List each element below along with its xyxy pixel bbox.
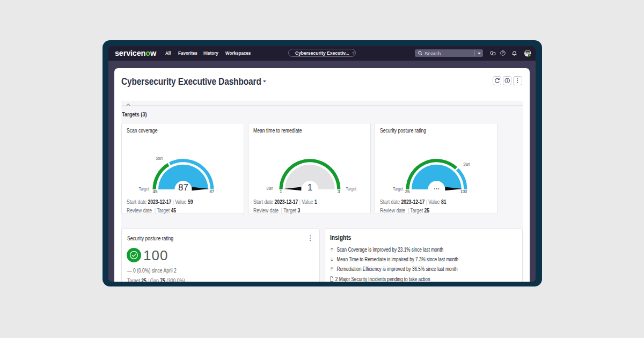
svg-text:Start: Start xyxy=(156,156,163,161)
svg-text:1: 1 xyxy=(308,182,312,193)
svg-text:1: 1 xyxy=(280,188,282,194)
svg-text:Target: Target xyxy=(393,186,404,191)
svg-text:87: 87 xyxy=(209,188,214,194)
svg-text:25: 25 xyxy=(405,188,409,194)
svg-text:87: 87 xyxy=(178,182,188,193)
svg-text:Target: Target xyxy=(346,186,356,191)
svg-text:3: 3 xyxy=(338,188,340,194)
svg-text:Start: Start xyxy=(463,161,470,166)
svg-text:Start: Start xyxy=(266,185,273,190)
svg-text:100: 100 xyxy=(460,188,467,194)
svg-text:Target: Target xyxy=(139,186,150,191)
svg-text:?: ? xyxy=(502,51,504,55)
svg-text:45: 45 xyxy=(152,188,157,194)
